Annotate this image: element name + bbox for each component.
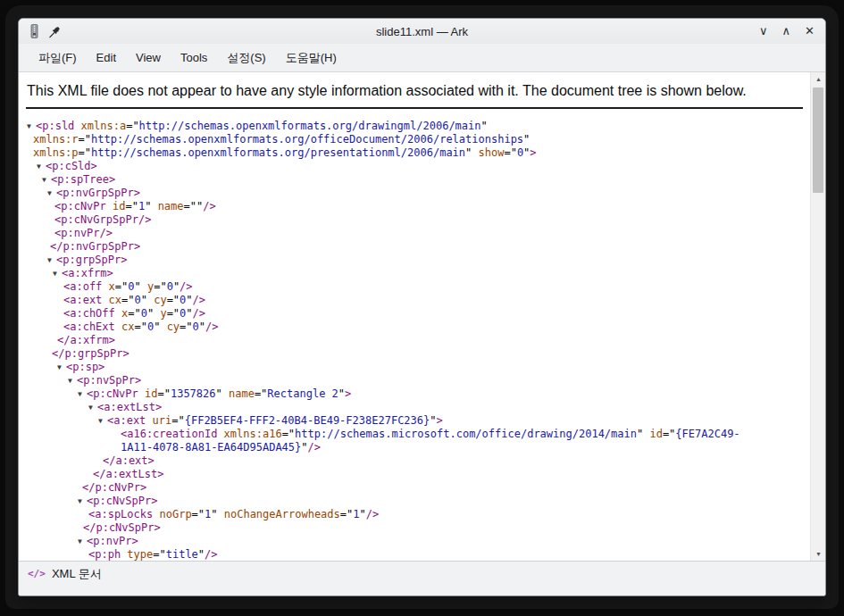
xml-text: <a:extLst> <box>97 401 162 413</box>
xml-text: =" <box>340 508 353 520</box>
xml-text: <a:chOff <box>63 307 121 320</box>
xml-text: http://schemas.openxmlformats.org/drawin… <box>139 120 481 132</box>
xml-text: /> <box>193 307 205 320</box>
xml-text: " <box>637 428 649 440</box>
xml-line: ▼<p:sp> <box>26 361 803 374</box>
collapse-arrow-icon[interactable]: ▼ <box>78 495 87 508</box>
xml-text: title <box>166 548 198 561</box>
collapse-arrow-icon[interactable]: ▼ <box>53 267 62 280</box>
xml-text: 1357826 <box>171 387 216 400</box>
collapse-arrow-icon[interactable]: ▼ <box>78 387 87 401</box>
status-bar: </> XML 문서 <box>19 561 825 595</box>
xml-text: /> <box>203 200 215 212</box>
xml-text: noGrp <box>159 508 191 520</box>
xml-text: " <box>199 320 205 333</box>
collapse-arrow-icon[interactable]: ▼ <box>98 414 107 428</box>
xml-text: <p:nvSpPr> <box>77 374 141 387</box>
menu-edit[interactable]: Edit <box>87 47 126 68</box>
xml-text: <a:ext <box>63 294 109 306</box>
xml-line: ▼<a:extLst> <box>26 401 803 414</box>
minimize-button[interactable]: ∨ <box>759 19 768 44</box>
xml-text: <a:ext <box>107 414 153 427</box>
xml-text: <p:nvGrpSpPr> <box>56 187 140 199</box>
xml-text: =" <box>157 387 170 400</box>
xml-text: =" <box>79 146 91 159</box>
xml-text: > <box>530 146 536 159</box>
xml-text: 0 <box>141 307 147 320</box>
scrollbar-thumb[interactable] <box>813 87 823 193</box>
xml-line: ▼<a:xfrm> <box>26 267 803 280</box>
collapse-arrow-icon[interactable]: ▼ <box>47 254 56 267</box>
collapse-arrow-icon[interactable]: ▼ <box>42 173 51 187</box>
xml-line: ▼<p:nvSpPr> <box>26 374 803 387</box>
xml-text: =" <box>504 146 516 159</box>
xml-text: Rectangle 2 <box>267 387 338 400</box>
xml-line: ▼<p:nvGrpSpPr> <box>26 187 803 200</box>
vertical-scrollbar[interactable]: ▲ ▼ <box>810 72 825 561</box>
xml-line: <a:off x="0" y="0"/> <box>26 280 803 294</box>
xml-text: id <box>649 428 662 440</box>
xml-text: 1A11-4078-8A81-EA64D95ADA45} <box>121 441 301 454</box>
xml-text: " <box>141 294 154 306</box>
xml-text: " <box>465 146 478 159</box>
xml-text: <a:off <box>63 280 109 293</box>
xml-text: =" <box>180 320 192 333</box>
xml-text: " <box>301 441 307 454</box>
no-style-notice: This XML file does not appear to have an… <box>27 83 803 99</box>
xml-text: =" <box>126 120 138 132</box>
collapse-arrow-icon[interactable]: ▼ <box>47 187 56 200</box>
xml-text: /> <box>205 548 217 561</box>
xml-line: </a:xfrm> <box>26 334 803 347</box>
xml-text: > <box>345 387 351 400</box>
titlebar[interactable]: slide11.xml — Ark ∨ ∧ ✕ <box>19 19 825 44</box>
xml-text: <p:cNvGrpSpPr/> <box>54 213 151 226</box>
close-button[interactable]: ✕ <box>805 19 815 44</box>
xml-text: =" <box>154 280 166 293</box>
menu-tools[interactable]: Tools <box>171 47 217 68</box>
xml-line: </a:ext> <box>26 454 803 468</box>
collapse-arrow-icon[interactable]: ▼ <box>68 374 77 387</box>
xml-text: cx <box>121 320 134 333</box>
xml-text: type <box>127 548 153 561</box>
xml-line: xmlns:r="http://schemas.openxmlformats.o… <box>26 133 803 146</box>
collapse-arrow-icon[interactable]: ▼ <box>78 535 87 548</box>
xml-text: 0 <box>167 280 173 293</box>
xml-viewer-content: This XML file does not appear to have an… <box>19 72 825 561</box>
collapse-arrow-icon[interactable]: ▼ <box>37 160 46 173</box>
xml-text: " <box>154 320 166 333</box>
xml-line: </p:cNvSpPr> <box>26 521 803 535</box>
horizontal-rule <box>26 107 803 109</box>
xml-text: " <box>523 133 530 146</box>
xml-text: http://schemas.openxmlformats.org/presen… <box>91 146 465 159</box>
xml-line: ▼<p:cNvPr id="1357826" name="Rectangle 2… <box>26 387 803 401</box>
xml-text: =" <box>121 294 134 306</box>
collapse-arrow-icon[interactable]: ▼ <box>88 401 97 414</box>
menu-file[interactable]: 파일(F) <box>29 46 87 70</box>
xml-viewer-body: This XML file does not appear to have an… <box>19 72 810 561</box>
xml-text: <a:spLocks <box>88 508 159 520</box>
xml-line: ▼<p:grpSpPr> <box>26 254 803 267</box>
collapse-arrow-icon[interactable]: ▼ <box>27 120 36 133</box>
menu-view[interactable]: View <box>126 47 171 68</box>
xml-text: 0 <box>134 294 140 306</box>
collapse-arrow-icon[interactable]: ▼ <box>57 361 66 374</box>
xml-text: x <box>109 280 115 293</box>
xml-line: </p:nvGrpSpPr> <box>26 240 803 254</box>
window-controls: ∨ ∧ ✕ <box>759 19 815 44</box>
menu-settings[interactable]: 설정(S) <box>217 46 275 70</box>
xml-line: ▼<p:cNvSpPr> <box>26 495 803 508</box>
xml-text: {FE7A2C49- <box>675 428 740 440</box>
xml-text: =" <box>255 387 267 400</box>
maximize-button[interactable]: ∧ <box>782 19 791 44</box>
xml-text: " <box>481 120 488 132</box>
scroll-down-button[interactable]: ▼ <box>811 547 825 561</box>
scroll-up-button[interactable]: ▲ <box>811 72 825 86</box>
xml-text: cy <box>154 294 166 306</box>
menu-help[interactable]: 도움말(H) <box>276 46 347 70</box>
xml-text: <a16:creationId <box>121 428 224 440</box>
xml-text: name <box>158 200 184 212</box>
xml-text: " <box>198 548 205 561</box>
xml-text: {FF2B5EF4-FFF2-40B4-BE49-F238E27FC236} <box>185 414 430 427</box>
xml-text: cx <box>109 294 121 306</box>
xml-text: http://schemas.microsoft.com/office/draw… <box>295 428 637 440</box>
